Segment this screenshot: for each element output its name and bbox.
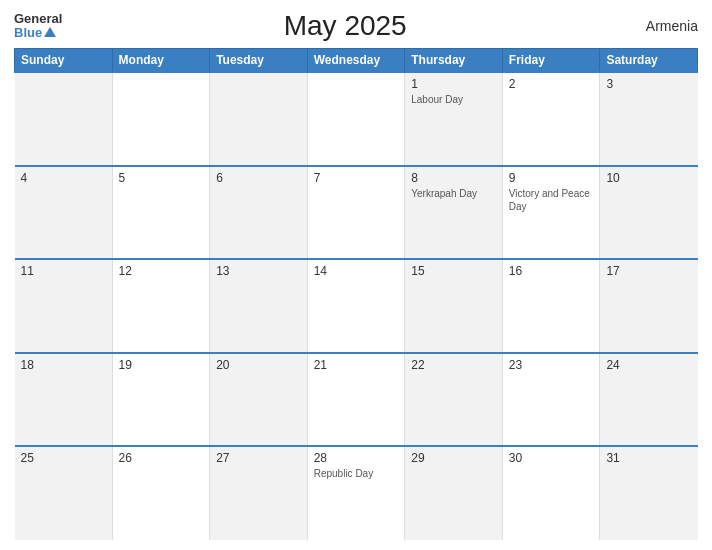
calendar-cell: 5 [112,166,210,260]
logo: General Blue [14,12,62,41]
calendar-cell: 23 [502,353,600,447]
calendar-cell [112,72,210,166]
weekday-header-row: Sunday Monday Tuesday Wednesday Thursday… [15,49,698,73]
calendar-cell: 6 [210,166,308,260]
calendar-cell: 7 [307,166,405,260]
calendar-cell: 11 [15,259,113,353]
calendar-cell: 15 [405,259,503,353]
calendar-cell: 17 [600,259,698,353]
holiday-label: Republic Day [314,467,399,480]
header-friday: Friday [502,49,600,73]
calendar-cell: 12 [112,259,210,353]
logo-triangle-icon [44,27,56,37]
calendar-cell [210,72,308,166]
day-number: 30 [509,451,594,465]
calendar-week-3: 11121314151617 [15,259,698,353]
day-number: 6 [216,171,301,185]
holiday-label: Labour Day [411,93,496,106]
calendar-cell: 14 [307,259,405,353]
header-monday: Monday [112,49,210,73]
day-number: 14 [314,264,399,278]
header-tuesday: Tuesday [210,49,308,73]
calendar-cell: 1Labour Day [405,72,503,166]
calendar-week-5: 25262728Republic Day293031 [15,446,698,540]
calendar-cell: 21 [307,353,405,447]
calendar-cell: 3 [600,72,698,166]
calendar-week-2: 45678Yerkrapah Day9Victory and Peace Day… [15,166,698,260]
calendar-cell: 2 [502,72,600,166]
day-number: 13 [216,264,301,278]
header-sunday: Sunday [15,49,113,73]
holiday-label: Victory and Peace Day [509,187,594,213]
day-number: 5 [119,171,204,185]
header-wednesday: Wednesday [307,49,405,73]
day-number: 18 [21,358,106,372]
day-number: 23 [509,358,594,372]
day-number: 11 [21,264,106,278]
day-number: 20 [216,358,301,372]
calendar-cell: 20 [210,353,308,447]
calendar-cell: 4 [15,166,113,260]
logo-blue-row: Blue [14,26,62,40]
calendar-cell: 24 [600,353,698,447]
day-number: 10 [606,171,691,185]
day-number: 31 [606,451,691,465]
day-number: 9 [509,171,594,185]
day-number: 19 [119,358,204,372]
calendar-cell: 27 [210,446,308,540]
day-number: 26 [119,451,204,465]
header-thursday: Thursday [405,49,503,73]
month-title: May 2025 [62,10,628,42]
calendar-cell: 25 [15,446,113,540]
day-number: 17 [606,264,691,278]
day-number: 3 [606,77,691,91]
day-number: 4 [21,171,106,185]
day-number: 12 [119,264,204,278]
country-label: Armenia [628,18,698,34]
logo-blue-text: Blue [14,26,42,40]
day-number: 21 [314,358,399,372]
calendar-cell [307,72,405,166]
calendar-cell: 18 [15,353,113,447]
day-number: 29 [411,451,496,465]
calendar-cell: 13 [210,259,308,353]
day-number: 16 [509,264,594,278]
calendar-table: Sunday Monday Tuesday Wednesday Thursday… [14,48,698,540]
calendar-cell: 16 [502,259,600,353]
day-number: 28 [314,451,399,465]
day-number: 8 [411,171,496,185]
day-number: 7 [314,171,399,185]
calendar-page: General Blue May 2025 Armenia Sunday Mon… [0,0,712,550]
calendar-week-1: 1Labour Day23 [15,72,698,166]
day-number: 1 [411,77,496,91]
day-number: 2 [509,77,594,91]
day-number: 27 [216,451,301,465]
calendar-cell: 28Republic Day [307,446,405,540]
calendar-cell: 19 [112,353,210,447]
calendar-cell: 29 [405,446,503,540]
day-number: 24 [606,358,691,372]
calendar-cell: 31 [600,446,698,540]
calendar-cell: 8Yerkrapah Day [405,166,503,260]
calendar-cell: 9Victory and Peace Day [502,166,600,260]
holiday-label: Yerkrapah Day [411,187,496,200]
calendar-cell: 26 [112,446,210,540]
day-number: 15 [411,264,496,278]
day-number: 22 [411,358,496,372]
header: General Blue May 2025 Armenia [14,10,698,42]
calendar-cell: 30 [502,446,600,540]
calendar-week-4: 18192021222324 [15,353,698,447]
logo-general-text: General [14,12,62,26]
header-saturday: Saturday [600,49,698,73]
calendar-cell [15,72,113,166]
day-number: 25 [21,451,106,465]
calendar-cell: 10 [600,166,698,260]
calendar-cell: 22 [405,353,503,447]
